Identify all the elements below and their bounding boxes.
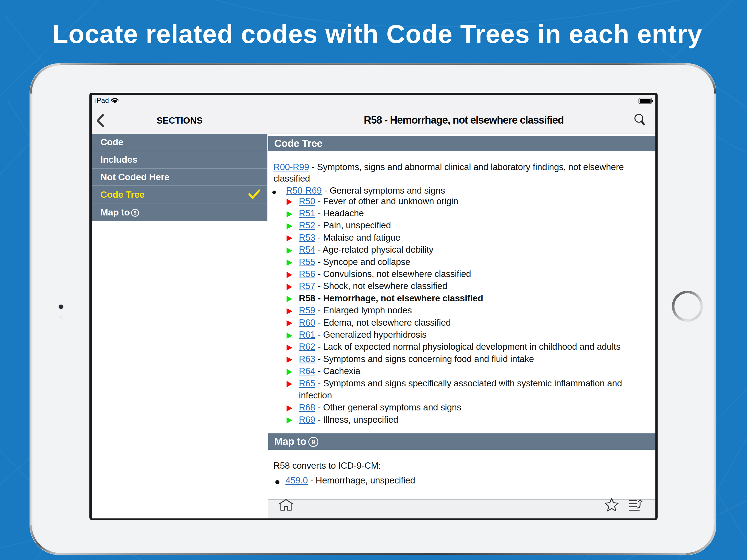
svg-text:9: 9 [312, 439, 315, 446]
svg-text:9: 9 [134, 210, 136, 216]
